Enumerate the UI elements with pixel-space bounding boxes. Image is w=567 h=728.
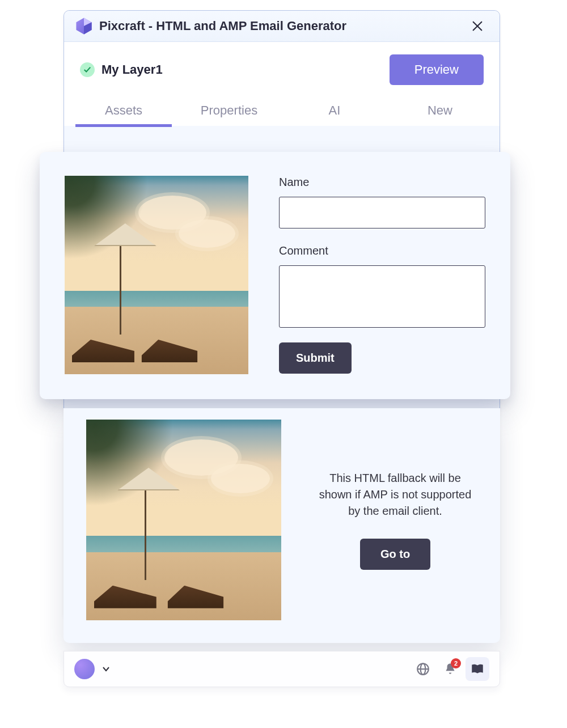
titlebar: Pixcraft - HTML and AMP Email Generator <box>64 11 500 42</box>
notification-badge: 2 <box>451 658 461 668</box>
bottom-bar: 2 <box>64 651 500 687</box>
subheader: My Layer1 Preview <box>64 42 500 95</box>
comment-input[interactable] <box>279 265 485 328</box>
close-button[interactable] <box>468 16 487 36</box>
name-label: Name <box>279 176 485 189</box>
comment-label: Comment <box>279 244 485 257</box>
goto-button[interactable]: Go to <box>360 539 430 570</box>
tab-ai[interactable]: AI <box>282 95 387 126</box>
docs-button[interactable] <box>466 657 489 681</box>
chevron-down-icon <box>101 664 111 674</box>
fallback-message: This HTML fallback will be shown if AMP … <box>313 470 477 519</box>
user-avatar[interactable] <box>74 659 95 679</box>
html-fallback-card: This HTML fallback will be shown if AMP … <box>64 408 500 643</box>
name-input[interactable] <box>279 197 485 228</box>
notifications-button[interactable]: 2 <box>438 657 462 681</box>
preview-image <box>65 176 248 374</box>
globe-button[interactable] <box>411 657 435 681</box>
fallback-image <box>86 420 281 620</box>
tab-assets[interactable]: Assets <box>71 95 176 126</box>
amp-preview-card: Name Comment Submit <box>40 152 510 399</box>
book-icon <box>470 662 485 676</box>
tabs: Assets Properties AI New <box>64 95 500 126</box>
preview-button[interactable]: Preview <box>390 54 484 85</box>
window-title: Pixcraft - HTML and AMP Email Generator <box>99 19 468 33</box>
tab-new[interactable]: New <box>387 95 493 126</box>
submit-button[interactable]: Submit <box>279 342 352 374</box>
globe-icon <box>416 662 430 676</box>
app-logo-icon <box>74 16 94 36</box>
status-check-icon <box>80 62 95 77</box>
amp-form: Name Comment Submit <box>279 176 485 374</box>
user-menu-toggle[interactable] <box>98 661 114 677</box>
tab-properties[interactable]: Properties <box>176 95 282 126</box>
layer-name: My Layer1 <box>101 62 390 77</box>
close-icon <box>471 20 484 32</box>
fallback-content: This HTML fallback will be shown if AMP … <box>313 470 477 570</box>
